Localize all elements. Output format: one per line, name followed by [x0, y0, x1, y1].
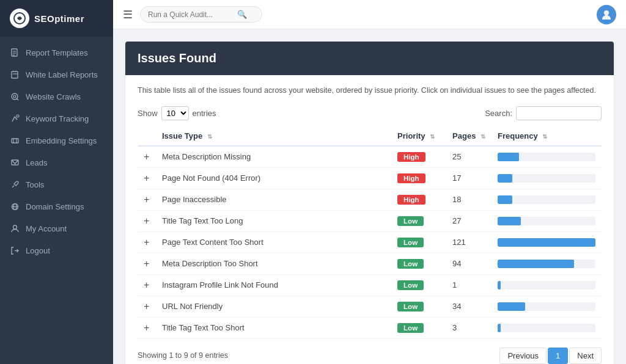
table-row[interactable]: + Title Tag Text Too Short Low 3: [138, 317, 602, 338]
frequency-bar: [498, 260, 574, 268]
frequency-cell: [492, 210, 602, 231]
show-entries: Show 10 25 50 entries: [138, 106, 216, 120]
table-search-input[interactable]: [516, 106, 602, 120]
sort-icon-priority: ⇅: [430, 133, 435, 140]
hamburger-button[interactable]: ☰: [123, 8, 133, 21]
expand-cell[interactable]: +: [138, 317, 156, 338]
expand-icon[interactable]: +: [144, 322, 149, 333]
sidebar-item-logout[interactable]: Logout: [0, 239, 113, 261]
svg-point-8: [13, 95, 16, 98]
priority-cell: High: [391, 146, 446, 168]
expand-icon[interactable]: +: [144, 301, 149, 311]
quick-audit-search[interactable]: 🔍: [140, 6, 262, 23]
sidebar-item-label: Website Crawls: [26, 92, 81, 101]
table-row[interactable]: + Meta Description Too Short Low 94: [138, 253, 602, 274]
sidebar-item-white-label-reports[interactable]: White Label Reports: [0, 64, 113, 86]
pages-cell: 121: [446, 231, 492, 253]
col-issue-type[interactable]: Issue Type ⇅: [156, 126, 391, 146]
pagination-buttons: Previous 1 Next: [499, 348, 602, 364]
pages-cell: 18: [446, 189, 492, 210]
white-label-icon: [10, 70, 20, 79]
expand-icon[interactable]: +: [144, 237, 149, 247]
issues-card: Issues Found This table lists all of the…: [125, 42, 614, 364]
frequency-bar-container: [498, 324, 595, 332]
page-title: Issues Found: [138, 51, 602, 65]
svg-rect-5: [12, 71, 18, 78]
priority-cell: Low: [391, 274, 446, 296]
table-row[interactable]: + Instagram Profile Link Not Found Low 1: [138, 274, 602, 296]
priority-badge: Low: [397, 302, 424, 311]
pagination-row: Showing 1 to 9 of 9 entries Previous 1 N…: [138, 348, 602, 364]
expand-icon[interactable]: +: [144, 216, 149, 226]
card-header: Issues Found: [125, 42, 614, 75]
sidebar-item-label: White Label Reports: [26, 70, 98, 79]
page-1-button[interactable]: 1: [548, 348, 568, 364]
table-row[interactable]: + Page Text Content Too Short Low 121: [138, 231, 602, 253]
sidebar-item-tools[interactable]: Tools: [0, 173, 113, 195]
expand-icon[interactable]: +: [144, 194, 149, 205]
expand-icon[interactable]: +: [144, 280, 149, 290]
table-search: Search:: [485, 106, 602, 120]
sidebar-item-report-templates[interactable]: Report Templates: [0, 42, 113, 64]
pages-cell: 1: [446, 274, 492, 296]
expand-cell[interactable]: +: [138, 167, 156, 189]
previous-button[interactable]: Previous: [499, 348, 547, 364]
table-row[interactable]: + Page Inaccessible High 18: [138, 189, 602, 210]
expand-cell[interactable]: +: [138, 146, 156, 168]
issue-type-cell: Page Inaccessible: [156, 189, 391, 210]
expand-cell[interactable]: +: [138, 274, 156, 296]
next-button[interactable]: Next: [569, 348, 602, 364]
col-pages[interactable]: Pages ⇅: [446, 126, 492, 146]
expand-cell[interactable]: +: [138, 189, 156, 210]
sidebar-item-leads[interactable]: Leads: [0, 151, 113, 173]
expand-cell[interactable]: +: [138, 231, 156, 253]
frequency-cell: [492, 146, 602, 168]
topbar-right: [597, 5, 616, 24]
sidebar-item-website-crawls[interactable]: Website Crawls: [0, 86, 113, 107]
frequency-cell: [492, 189, 602, 210]
sidebar-item-my-account[interactable]: My Account: [0, 217, 113, 239]
priority-cell: High: [391, 167, 446, 189]
sidebar-item-keyword-tracking[interactable]: Keyword Tracking: [0, 107, 113, 129]
sort-icon-issue: ⇅: [207, 133, 212, 140]
pages-cell: 17: [446, 167, 492, 189]
table-row[interactable]: + URL Not Friendly Low 34: [138, 296, 602, 317]
table-row[interactable]: + Meta Description Missing High 25: [138, 146, 602, 168]
frequency-bar: [498, 281, 501, 289]
search-input[interactable]: [148, 10, 234, 19]
expand-cell[interactable]: +: [138, 296, 156, 317]
sidebar-nav: Report Templates White Label Reports Web…: [0, 37, 113, 364]
priority-badge: Low: [397, 238, 424, 247]
card-body: This table lists all of the issues found…: [125, 75, 614, 364]
col-priority[interactable]: Priority ⇅: [391, 126, 446, 146]
frequency-bar: [498, 324, 501, 332]
expand-cell[interactable]: +: [138, 210, 156, 231]
entries-select[interactable]: 10 25 50: [161, 106, 189, 120]
sidebar-logo: SEOptimer: [0, 0, 113, 37]
topbar: ☰ 🔍: [113, 0, 626, 29]
priority-badge: Low: [397, 323, 424, 333]
sidebar-item-embedding-settings[interactable]: Embedding Settings: [0, 129, 113, 151]
expand-cell[interactable]: +: [138, 253, 156, 274]
col-frequency[interactable]: Frequency ⇅: [492, 126, 602, 146]
pagination-info: Showing 1 to 9 of 9 entries: [138, 351, 228, 360]
main-area: ☰ 🔍 Issues Found This table lists all of…: [113, 0, 626, 364]
sidebar-item-domain-settings[interactable]: Domain Settings: [0, 195, 113, 217]
logo-text: SEOptimer: [34, 13, 84, 24]
frequency-bar-container: [498, 174, 595, 183]
expand-icon[interactable]: +: [144, 151, 149, 162]
table-row[interactable]: + Page Not Found (404 Error) High 17: [138, 167, 602, 189]
search-icon: 🔍: [237, 10, 247, 19]
user-avatar[interactable]: [597, 5, 616, 24]
logout-icon: [10, 246, 20, 255]
pages-cell: 94: [446, 253, 492, 274]
sidebar-item-label: Report Templates: [26, 48, 88, 57]
table-header-row: Issue Type ⇅ Priority ⇅ Pages ⇅ Frequenc…: [138, 126, 602, 146]
table-row[interactable]: + Title Tag Text Too Long Low 27: [138, 210, 602, 231]
expand-icon[interactable]: +: [144, 258, 149, 269]
svg-line-9: [17, 98, 18, 100]
expand-icon[interactable]: +: [144, 173, 149, 183]
svg-point-22: [604, 10, 609, 15]
issue-type-cell: Instagram Profile Link Not Found: [156, 274, 391, 296]
sidebar-item-label: Domain Settings: [26, 202, 84, 211]
